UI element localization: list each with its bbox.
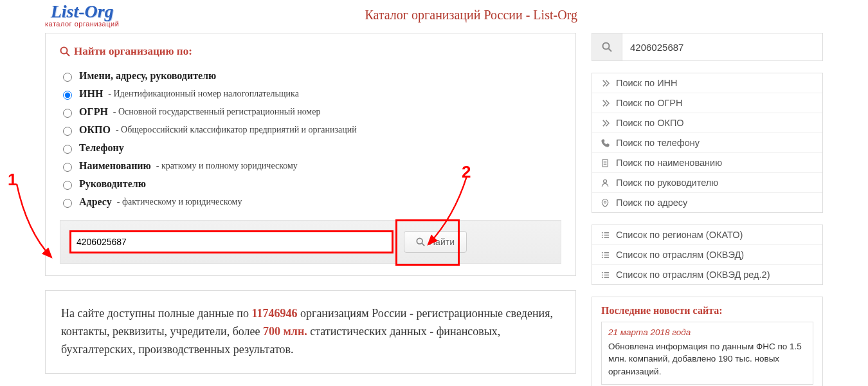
info-panel: На сайте доступны полные данные по 11746… bbox=[45, 290, 576, 374]
search-icon bbox=[60, 46, 70, 57]
search-option-hint: - Общероссийский классификатор предприят… bbox=[116, 125, 357, 135]
sidebar-link-label: Поиск по ИНН bbox=[616, 78, 678, 88]
search-option-6[interactable]: Руководителю bbox=[60, 175, 561, 193]
search-bar-area: Найти bbox=[60, 220, 561, 264]
sidebar-link[interactable]: Поиск по руководителю bbox=[592, 172, 822, 192]
chev-icon bbox=[601, 99, 610, 107]
search-option-radio[interactable] bbox=[63, 181, 72, 190]
search-option-label: ОКПО bbox=[79, 124, 111, 136]
sidebar-search-icon-cell[interactable] bbox=[592, 33, 622, 60]
sidebar-link[interactable]: Поиск по ОКПО bbox=[592, 113, 822, 133]
news-date: 21 марта 2018 года bbox=[608, 326, 806, 339]
sidebar-link[interactable]: Список по отраслям (ОКВЭД) bbox=[592, 244, 822, 264]
sidebar-links-2: Список по регионам (ОКАТО)Список по отра… bbox=[592, 225, 823, 285]
search-option-2[interactable]: ОГРН - Основной государственный регистра… bbox=[60, 103, 561, 121]
search-option-radio[interactable] bbox=[63, 145, 72, 154]
logo-sub: каталог организаций bbox=[45, 21, 119, 28]
search-option-label: Руководителю bbox=[79, 178, 146, 190]
list-icon bbox=[601, 271, 610, 279]
search-option-radio[interactable] bbox=[63, 127, 72, 136]
info-text: На сайте доступны полные данные по bbox=[61, 307, 251, 320]
sidebar-search-input[interactable] bbox=[622, 33, 822, 60]
doc-icon bbox=[601, 159, 610, 167]
logo[interactable]: List-Org каталог организаций bbox=[45, 3, 119, 28]
phone-icon bbox=[601, 139, 610, 147]
search-option-5[interactable]: Наименованию - краткому и полному юридич… bbox=[60, 157, 561, 175]
news-body: Обновлена информация по данным ФНС по 1.… bbox=[608, 342, 802, 376]
search-option-label: Телефону bbox=[79, 142, 124, 154]
search-option-hint: - Основной государственный регистрационн… bbox=[113, 107, 321, 117]
sidebar-link[interactable]: Поиск по ИНН bbox=[592, 73, 822, 93]
sidebar-link[interactable]: Поиск по ОГРН bbox=[592, 93, 822, 113]
search-option-hint: - Идентификационный номер налогоплательщ… bbox=[108, 89, 299, 99]
search-option-0[interactable]: Имени, адресу, руководителю bbox=[60, 67, 561, 85]
news-box: Последние новости сайта: 21 марта 2018 г… bbox=[592, 297, 823, 386]
chev-icon bbox=[601, 119, 610, 127]
sidebar-link-label: Поиск по руководителю bbox=[616, 178, 718, 188]
search-option-radio[interactable] bbox=[63, 73, 72, 82]
sidebar-link[interactable]: Список по регионам (ОКАТО) bbox=[592, 225, 822, 244]
sidebar-link[interactable]: Поиск по адресу bbox=[592, 192, 822, 212]
search-panel: Найти организацию по: Имени, адресу, рук… bbox=[45, 33, 576, 276]
sidebar-link[interactable]: Поиск по телефону bbox=[592, 133, 822, 152]
find-button-label: Найти bbox=[429, 237, 455, 247]
search-option-1[interactable]: ИНН - Идентификационный номер налогоплат… bbox=[60, 85, 561, 103]
list-icon bbox=[601, 251, 610, 259]
sidebar-link-label: Список по отраслям (ОКВЭД) bbox=[616, 250, 744, 260]
search-option-radio[interactable] bbox=[63, 199, 72, 208]
search-option-radio[interactable] bbox=[63, 91, 72, 100]
search-option-label: Адресу bbox=[79, 196, 112, 208]
search-heading-text: Найти организацию по: bbox=[74, 45, 192, 58]
search-option-label: ИНН bbox=[79, 88, 103, 100]
search-option-4[interactable]: Телефону bbox=[60, 139, 561, 157]
chev-icon bbox=[601, 79, 610, 87]
search-option-label: ОГРН bbox=[79, 106, 108, 118]
search-option-hint: - фактическому и юридическому bbox=[117, 197, 242, 207]
main-search-input[interactable] bbox=[71, 232, 392, 252]
search-icon bbox=[416, 237, 425, 246]
list-icon bbox=[601, 231, 610, 239]
sidebar-link-label: Поиск по ОКПО bbox=[616, 118, 684, 128]
user-icon bbox=[601, 179, 610, 187]
sidebar-search bbox=[592, 33, 823, 61]
sidebar-link-label: Список по регионам (ОКАТО) bbox=[616, 230, 743, 240]
sidebar-link-label: Поиск по телефону bbox=[616, 138, 700, 148]
search-heading: Найти организацию по: bbox=[60, 45, 561, 58]
search-option-7[interactable]: Адресу - фактическому и юридическому bbox=[60, 193, 561, 211]
sidebar-link-label: Поиск по наименованию bbox=[616, 158, 722, 168]
search-option-radio[interactable] bbox=[63, 163, 72, 172]
sidebar-link-label: Поиск по ОГРН bbox=[616, 98, 682, 108]
sidebar-link[interactable]: Поиск по наименованию bbox=[592, 152, 822, 172]
pin-icon bbox=[601, 199, 610, 207]
search-option-label: Наименованию bbox=[79, 160, 151, 172]
find-button[interactable]: Найти bbox=[404, 231, 467, 253]
news-title: Последние новости сайта: bbox=[601, 305, 813, 317]
page-title: Каталог организаций России - List-Org bbox=[119, 3, 823, 23]
news-item: 21 марта 2018 года Обновлена информация … bbox=[601, 322, 813, 385]
sidebar-link-label: Поиск по адресу bbox=[616, 198, 687, 208]
search-option-3[interactable]: ОКПО - Общероссийский классификатор пред… bbox=[60, 121, 561, 139]
search-option-label: Имени, адресу, руководителю bbox=[79, 70, 216, 82]
sidebar-links-1: Поиск по ИННПоиск по ОГРНПоиск по ОКПОПо… bbox=[592, 73, 823, 213]
info-number: 700 млн. bbox=[263, 325, 307, 338]
search-icon bbox=[602, 42, 612, 52]
sidebar-link-label: Список по отраслям (ОКВЭД ред.2) bbox=[616, 270, 770, 280]
search-option-hint: - краткому и полному юридическому bbox=[156, 161, 298, 171]
search-option-radio[interactable] bbox=[63, 109, 72, 118]
logo-main: List-Org bbox=[45, 3, 119, 21]
info-number: 11746946 bbox=[251, 307, 297, 320]
sidebar-link[interactable]: Список по отраслям (ОКВЭД ред.2) bbox=[592, 264, 822, 284]
